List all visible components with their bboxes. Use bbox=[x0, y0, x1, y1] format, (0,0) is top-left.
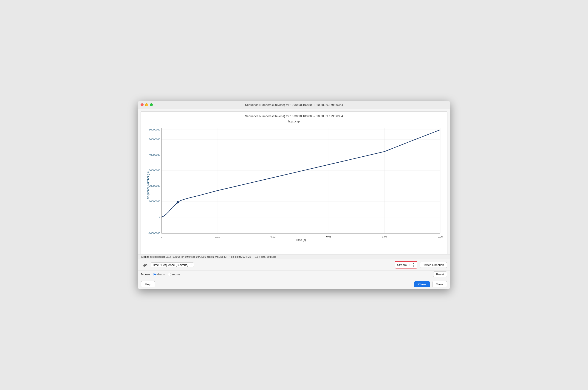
type-stream-controls: Type Time / Sequence (Stevens) Time / Se… bbox=[138, 259, 450, 270]
mouse-controls-row: Mouse drags zooms Reset bbox=[138, 270, 450, 279]
svg-text:50000000: 50000000 bbox=[149, 138, 160, 141]
mouse-label: Mouse bbox=[141, 273, 150, 276]
chart-subtitle: http.pcap bbox=[143, 120, 445, 123]
mouse-radio-group: drags zooms bbox=[153, 273, 181, 276]
svg-text:10000000: 10000000 bbox=[149, 200, 160, 203]
main-window: Sequence Numbers (Stevens) for 10.30.90.… bbox=[138, 101, 450, 290]
type-select-wrapper[interactable]: Time / Sequence (Stevens) Time / Sequenc… bbox=[151, 262, 194, 267]
bottom-bar: Help Close Save bbox=[138, 279, 450, 289]
type-select[interactable]: Time / Sequence (Stevens) Time / Sequenc… bbox=[152, 263, 189, 267]
svg-text:0: 0 bbox=[161, 235, 162, 238]
svg-text:0.01: 0.01 bbox=[215, 235, 220, 238]
chart-title: Sequence Numbers (Stevens) for 10.30.90.… bbox=[143, 114, 445, 119]
window-controls bbox=[141, 103, 153, 106]
status-bar: Click to select packet 1514 (5.795s len … bbox=[138, 254, 450, 259]
zooms-label: zooms bbox=[172, 273, 181, 276]
mouse-drags-option[interactable]: drags bbox=[153, 273, 165, 276]
close-traffic-light[interactable] bbox=[141, 103, 144, 106]
stream-value: 6 bbox=[409, 263, 410, 267]
help-button[interactable]: Help bbox=[141, 281, 155, 287]
window-title: Sequence Numbers (Stevens) for 10.30.90.… bbox=[245, 103, 343, 106]
svg-text:60000000: 60000000 bbox=[149, 128, 160, 131]
svg-text:0.04: 0.04 bbox=[382, 235, 387, 238]
x-axis-label: Time (s) bbox=[161, 239, 440, 242]
svg-text:0: 0 bbox=[159, 216, 160, 218]
svg-text:0.02: 0.02 bbox=[271, 235, 276, 238]
stream-increment-button[interactable]: ▲ bbox=[412, 262, 415, 265]
chart-container: Sequence Number (B) bbox=[143, 125, 445, 245]
svg-text:20000000: 20000000 bbox=[149, 185, 160, 188]
drags-label: drags bbox=[157, 273, 165, 276]
status-text: Click to select packet 1514 (5.795s len … bbox=[141, 255, 276, 258]
chart-svg: -10000000 0 10000000 20000000 30000000 4… bbox=[161, 128, 440, 233]
stream-box: Stream 6 ▲ ▼ bbox=[395, 261, 417, 269]
svg-text:30000000: 30000000 bbox=[149, 169, 160, 172]
zooms-radio-circle[interactable] bbox=[168, 273, 171, 276]
svg-text:0.05: 0.05 bbox=[438, 235, 443, 238]
chart-area: Sequence Numbers (Stevens) for 10.30.90.… bbox=[141, 111, 447, 254]
stream-decrement-button[interactable]: ▼ bbox=[412, 265, 415, 267]
stream-stepper[interactable]: ▲ ▼ bbox=[412, 262, 415, 267]
svg-text:-10000000: -10000000 bbox=[148, 232, 160, 235]
title-bar: Sequence Numbers (Stevens) for 10.30.90.… bbox=[138, 101, 450, 109]
minimize-traffic-light[interactable] bbox=[145, 103, 148, 106]
type-label: Type bbox=[141, 263, 147, 267]
type-select-chevron-icon: ⌃ bbox=[190, 263, 192, 267]
mouse-zooms-option[interactable]: zooms bbox=[168, 273, 181, 276]
stream-label: Stream bbox=[397, 263, 407, 267]
reset-button[interactable]: Reset bbox=[433, 272, 447, 277]
drags-radio-circle[interactable] bbox=[153, 273, 156, 276]
svg-text:40000000: 40000000 bbox=[149, 154, 160, 156]
maximize-traffic-light[interactable] bbox=[150, 103, 153, 106]
chart-plot-area[interactable]: -10000000 0 10000000 20000000 30000000 4… bbox=[161, 128, 440, 233]
save-button[interactable]: Save bbox=[432, 281, 447, 287]
svg-text:0.03: 0.03 bbox=[326, 235, 332, 238]
close-button[interactable]: Close bbox=[414, 281, 430, 287]
switch-direction-button[interactable]: Switch Direction bbox=[420, 262, 447, 268]
svg-point-30 bbox=[177, 201, 179, 203]
